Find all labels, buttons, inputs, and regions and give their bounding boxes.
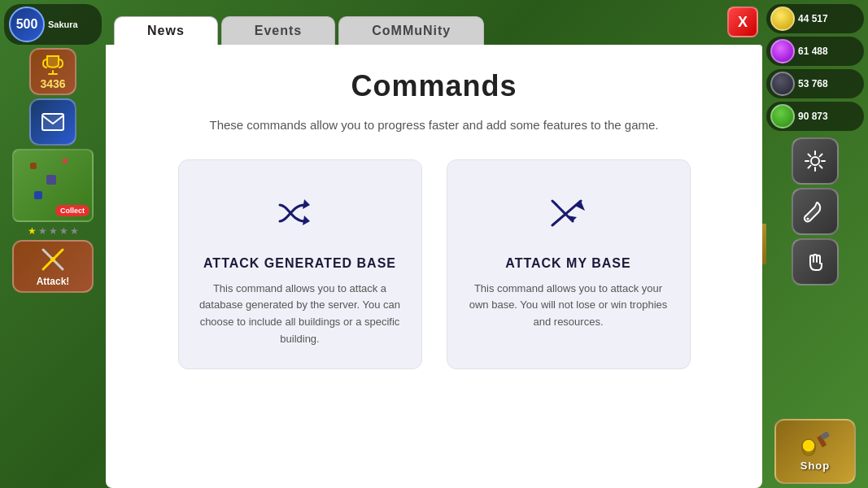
settings-button[interactable] bbox=[792, 137, 839, 185]
builder-icon bbox=[770, 104, 795, 129]
shop-button[interactable]: Shop bbox=[774, 419, 856, 484]
elixir-icon bbox=[770, 39, 795, 63]
dark-elixir-icon bbox=[770, 72, 795, 96]
builder-resource-row: 90 873 bbox=[766, 102, 864, 131]
modal-content: Commands These commands allow you to pro… bbox=[106, 45, 762, 488]
attack-button[interactable]: Attack! bbox=[12, 240, 94, 293]
trophy-count: 3436 bbox=[40, 77, 65, 90]
star-rating: ★ ★ ★ ★ ★ bbox=[28, 225, 79, 237]
star-3: ★ bbox=[49, 225, 58, 237]
modal-overlay: News Events CoMMuNity X Commands These c… bbox=[106, 0, 762, 488]
svg-marker-11 bbox=[303, 216, 310, 225]
svg-point-3 bbox=[50, 257, 55, 262]
left-sidebar: 500 Sakura 3436 Collect ★ ★ ★ ★ bbox=[0, 0, 106, 488]
gold-value: 44 517 bbox=[798, 13, 828, 24]
card-attack-generated[interactable]: ATTACK GENERATED BASE This command allow… bbox=[178, 159, 422, 369]
gold-icon bbox=[770, 7, 795, 31]
star-2: ★ bbox=[38, 225, 47, 237]
svg-point-5 bbox=[807, 218, 809, 220]
card-1-desc: This command allows you to attack a data… bbox=[199, 281, 401, 348]
attack-label: Attack! bbox=[37, 276, 70, 287]
elixir-value: 61 488 bbox=[798, 46, 828, 57]
player-name: Sakura bbox=[48, 20, 78, 29]
trophy-button[interactable]: 3436 bbox=[29, 48, 76, 95]
builder-value: 90 873 bbox=[798, 111, 828, 122]
card-1-title: ATTACK GENERATED BASE bbox=[203, 256, 396, 271]
player-bar: 500 Sakura bbox=[4, 4, 102, 45]
wrench-button[interactable] bbox=[792, 188, 839, 235]
gold-resource-row: 44 517 bbox=[766, 4, 864, 33]
dark-value: 53 768 bbox=[798, 78, 828, 89]
svg-marker-12 bbox=[303, 199, 310, 209]
close-button[interactable]: X bbox=[727, 7, 758, 37]
modal-subtitle: These commands allow you to progress fas… bbox=[210, 116, 659, 135]
level-badge: 500 bbox=[9, 7, 45, 42]
collect-badge: Collect bbox=[55, 205, 89, 216]
grab-button[interactable] bbox=[792, 238, 839, 285]
svg-point-4 bbox=[811, 157, 819, 165]
right-sidebar: 44 517 61 488 53 768 90 873 bbox=[762, 0, 868, 488]
map-preview[interactable]: Collect bbox=[12, 149, 94, 222]
star-5: ★ bbox=[70, 225, 79, 237]
tab-news[interactable]: News bbox=[114, 16, 218, 45]
star-1: ★ bbox=[28, 225, 37, 237]
svg-marker-13 bbox=[575, 201, 585, 211]
svg-point-8 bbox=[802, 439, 815, 452]
dark-resource-row: 53 768 bbox=[766, 69, 864, 98]
shop-label: Shop bbox=[800, 460, 831, 472]
cards-container: ATTACK GENERATED BASE This command allow… bbox=[138, 159, 730, 369]
card-2-icon bbox=[540, 185, 597, 242]
modal-title: Commands bbox=[351, 69, 517, 103]
tab-bar: News Events CoMMuNity X bbox=[106, 0, 762, 45]
star-4: ★ bbox=[59, 225, 68, 237]
card-1-icon bbox=[272, 185, 329, 242]
svg-rect-0 bbox=[42, 114, 63, 130]
elixir-resource-row: 61 488 bbox=[766, 37, 864, 66]
mail-button[interactable] bbox=[29, 98, 76, 146]
tab-events[interactable]: Events bbox=[221, 16, 335, 45]
card-2-title: ATTACK MY BASE bbox=[505, 256, 630, 271]
tab-community[interactable]: CoMMuNity bbox=[338, 16, 484, 45]
card-attack-my-base[interactable]: ATTACK MY BASE This command allows you t… bbox=[447, 159, 691, 369]
card-2-desc: This command allows you to attack your o… bbox=[468, 281, 670, 331]
